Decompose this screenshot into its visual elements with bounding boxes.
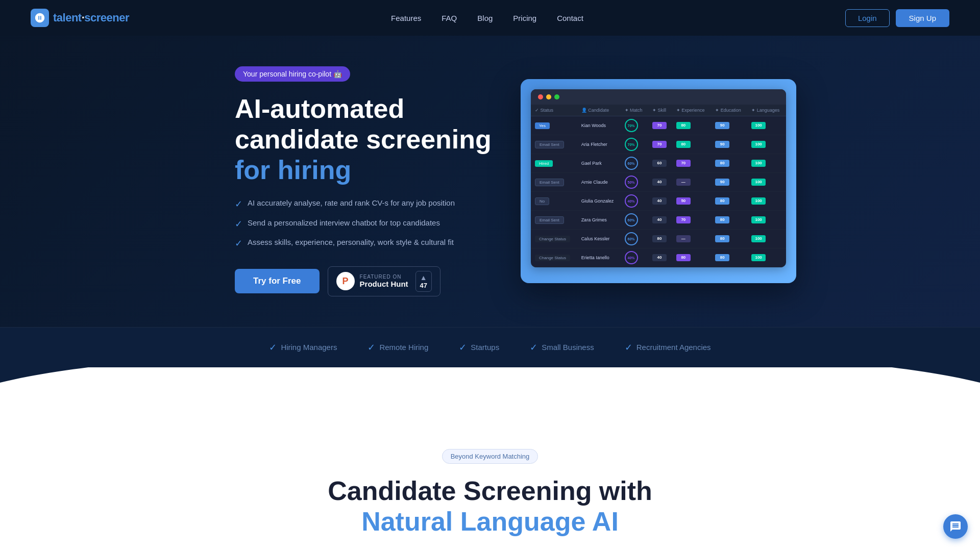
col-experience: ✦ Experience — [672, 105, 711, 116]
check-icon-hiring: ✓ — [269, 342, 277, 353]
table-row: Email Sent Zara Grimes 60% 40 70 80 100 — [531, 211, 786, 230]
check-icon-remote: ✓ — [368, 342, 375, 353]
upvote-arrow-icon: ▲ — [420, 273, 427, 282]
hero-feature-1: ✓ AI accurately analyse, rate and rank C… — [235, 197, 500, 211]
col-education: ✦ Education — [711, 105, 747, 116]
nav-actions: Login Sign Up — [845, 9, 949, 27]
status-hired: Hired — [535, 160, 553, 167]
status-email: Email Sent — [535, 141, 564, 148]
hero-badge: Your personal hiring co-pilot 🤖 — [235, 66, 350, 82]
nav-contact[interactable]: Contact — [557, 14, 583, 22]
window-dot-green — [554, 94, 559, 99]
tag-remote-hiring: ✓ Remote Hiring — [368, 342, 428, 353]
hero-left: Your personal hiring co-pilot 🤖 AI-autom… — [235, 66, 500, 296]
col-languages: ✦ Languages — [747, 105, 786, 116]
check-icon-2: ✓ — [235, 218, 242, 231]
col-status: ✓ Status — [531, 105, 577, 116]
status-no: No — [535, 197, 549, 205]
navbar: talent·screener Features FAQ Blog Pricin… — [0, 0, 980, 36]
window-dot-red — [538, 94, 543, 99]
product-hunt-button[interactable]: P FEATURED ON Product Hunt ▲ 47 — [328, 266, 440, 296]
logo[interactable]: talent·screener — [31, 9, 129, 27]
table-row: Email Sent Aria Fletcher 70% 70 80 90 10… — [531, 135, 786, 154]
table-row: No Giulia Gonzalez 40% 40 50 80 100 — [531, 192, 786, 211]
ph-logo-icon: P — [336, 272, 355, 290]
check-icon-startups: ✓ — [459, 342, 467, 353]
status-change: Change Status — [535, 236, 570, 242]
table-row: Yes Kian Woods 70% 70 80 90 100 — [531, 116, 786, 135]
app-screenshot: ✓ Status 👤 Candidate ✦ Match ✦ Skill ✦ E… — [521, 79, 796, 283]
ph-upvote: ▲ 47 — [415, 271, 432, 292]
section-title: Candidate Screening with Natural Languag… — [31, 476, 949, 537]
nav-pricing[interactable]: Pricing — [513, 14, 536, 22]
chat-button[interactable] — [943, 514, 968, 539]
hero-section: Your personal hiring co-pilot 🤖 AI-autom… — [0, 0, 980, 327]
signup-button[interactable]: Sign Up — [896, 9, 949, 27]
col-skill: ✦ Skill — [648, 105, 672, 116]
section-white: Beyond Keyword Matching Candidate Screen… — [0, 408, 980, 551]
hero-right: ✓ Status 👤 Candidate ✦ Match ✦ Skill ✦ E… — [521, 79, 796, 283]
tag-startups: ✓ Startups — [459, 342, 499, 353]
login-button[interactable]: Login — [845, 9, 890, 27]
tag-hiring-managers: ✓ Hiring Managers — [269, 342, 337, 353]
hero-features: ✓ AI accurately analyse, rate and rank C… — [235, 197, 500, 250]
col-match: ✦ Match — [621, 105, 648, 116]
col-candidate: 👤 Candidate — [577, 105, 621, 116]
hero-buttons: Try for Free P FEATURED ON Product Hunt … — [235, 266, 500, 296]
hero-feature-2: ✓ Send a personalized interview chatbot … — [235, 217, 500, 231]
table-row: Change Status Erietta Ianello 40% 40 80 … — [531, 248, 786, 267]
app-titlebar — [531, 89, 786, 105]
check-icon-agencies: ✓ — [625, 342, 632, 353]
check-icon-1: ✓ — [235, 198, 242, 211]
tag-recruitment-agencies: ✓ Recruitment Agencies — [625, 342, 711, 353]
tag-small-business: ✓ Small Business — [530, 342, 594, 353]
window-dot-yellow — [546, 94, 551, 99]
nav-links: Features FAQ Blog Pricing Contact — [391, 14, 583, 22]
nav-features[interactable]: Features — [391, 14, 421, 22]
chat-icon — [949, 520, 962, 533]
check-icon-small-biz: ✓ — [530, 342, 537, 353]
table-row: Change Status Calus Kessler 60% 80 — 80 … — [531, 230, 786, 248]
candidates-table: ✓ Status 👤 Candidate ✦ Match ✦ Skill ✦ E… — [531, 105, 786, 267]
tags-section: ✓ Hiring Managers ✓ Remote Hiring ✓ Star… — [0, 327, 980, 367]
status-yes: Yes — [535, 122, 550, 129]
status-change2: Change Status — [535, 255, 570, 261]
try-free-button[interactable]: Try for Free — [235, 269, 320, 293]
status-email2: Email Sent — [535, 179, 564, 186]
hero-feature-3: ✓ Assess skills, experience, personality… — [235, 237, 500, 250]
ph-text: FEATURED ON Product Hunt — [360, 274, 408, 288]
curve-divider — [0, 367, 980, 408]
app-window: ✓ Status 👤 Candidate ✦ Match ✦ Skill ✦ E… — [531, 89, 786, 267]
nav-blog[interactable]: Blog — [477, 14, 493, 22]
logo-icon — [31, 9, 49, 27]
table-row: Hired Gael Park 60% 60 70 80 100 — [531, 154, 786, 173]
section-badge: Beyond Keyword Matching — [442, 449, 538, 464]
status-email3: Email Sent — [535, 216, 564, 224]
hero-title: AI-automated candidate screening for hir… — [235, 94, 500, 185]
logo-text: talent·screener — [53, 11, 129, 24]
nav-faq[interactable]: FAQ — [442, 14, 457, 22]
check-icon-3: ✓ — [235, 237, 242, 250]
table-row: Email Sent Arnie Claude 50% 40 — 90 100 — [531, 173, 786, 192]
